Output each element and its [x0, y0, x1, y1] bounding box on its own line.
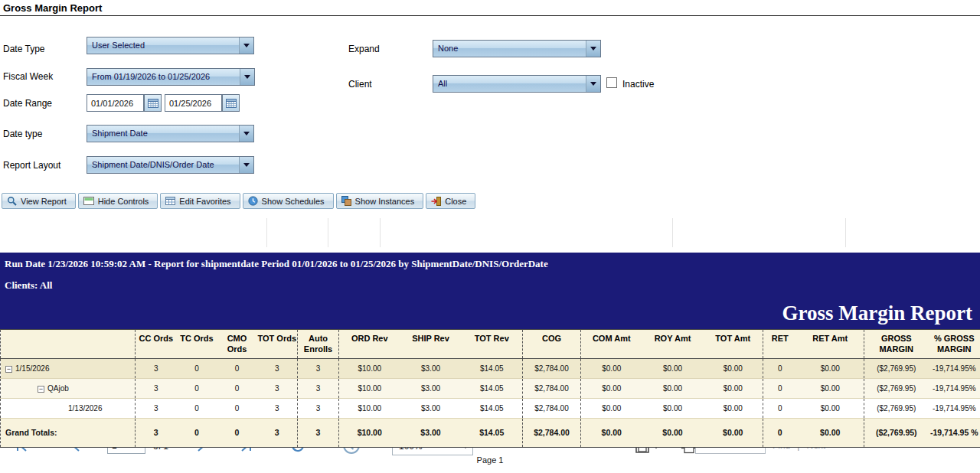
- client-dropdown[interactable]: All: [433, 75, 601, 93]
- view-report-button[interactable]: View Report: [2, 193, 76, 209]
- table-row: 1/13/202630033$10.00$3.00$14.05$2,784.00…: [1, 399, 980, 419]
- exit-door-icon: [431, 197, 441, 206]
- date-type2-label: Date type: [3, 129, 42, 139]
- hide-controls-button[interactable]: Hide Controls: [78, 193, 158, 209]
- page-title: Gross Margin Report: [3, 2, 102, 14]
- row-label: −1/15/2026: [1, 359, 136, 379]
- chevron-down-icon: [586, 76, 600, 92]
- inactive-checkbox[interactable]: [606, 77, 617, 88]
- close-button[interactable]: Close: [426, 193, 475, 209]
- cell: 3: [257, 419, 298, 448]
- date-type2-dropdown[interactable]: Shipment Date: [87, 125, 254, 142]
- cell: 3: [298, 359, 339, 379]
- cell: $0.00: [797, 359, 864, 379]
- cell: $10.00: [339, 379, 400, 399]
- row-label: Grand Totals:: [1, 419, 136, 448]
- run-date-line: Run Date 1/23/2026 10:59:02 AM - Report …: [5, 258, 548, 270]
- button-label: View Report: [21, 197, 67, 206]
- app-window: Gross Margin Report Date Type User Selec…: [0, 0, 980, 473]
- cell: 3: [257, 359, 298, 379]
- cell: 3: [136, 379, 177, 399]
- cell: -19,714.95%: [929, 379, 980, 399]
- cell: 0: [217, 419, 257, 448]
- column-header: % GROSS MARGIN: [929, 330, 980, 359]
- cell: $14.05: [462, 419, 523, 448]
- cell: $0.00: [797, 399, 864, 419]
- cell: 0: [217, 379, 257, 399]
- table-row: −QAjob30033$10.00$3.00$14.05$2,784.00$0.…: [1, 379, 980, 399]
- show-instances-button[interactable]: Show Instances: [336, 193, 424, 209]
- date-range-start-input[interactable]: [87, 94, 144, 112]
- chevron-down-icon: [239, 38, 253, 54]
- chevron-down-icon: [239, 126, 253, 142]
- cell: $0.00: [704, 399, 763, 419]
- cell: ($2,769.95): [864, 419, 929, 448]
- cell: 3: [298, 399, 339, 419]
- column-header: TC Ords: [177, 330, 217, 359]
- column-header: COM Amt: [581, 330, 642, 359]
- report-title: Gross Margin Report: [782, 302, 972, 325]
- magnifier-icon: [7, 196, 17, 206]
- chevron-down-icon: [239, 157, 253, 173]
- row-label: −QAjob: [1, 379, 136, 399]
- cell: ($2,769.95): [864, 379, 929, 399]
- toolbar-separator: [266, 218, 267, 247]
- cell: 0: [763, 399, 797, 419]
- cell: $3.00: [400, 419, 462, 448]
- cell: 0: [217, 359, 257, 379]
- column-header: ROY Amt: [642, 330, 704, 359]
- button-label: Show Instances: [355, 197, 415, 206]
- show-schedules-button[interactable]: Show Schedules: [243, 193, 334, 209]
- date-type2-value: Shipment Date: [87, 126, 239, 142]
- cell: 0: [177, 399, 217, 419]
- table-row: −1/15/202630033$10.00$3.00$14.05$2,784.0…: [1, 359, 980, 379]
- client-label: Client: [348, 79, 372, 90]
- expand-dropdown[interactable]: None: [433, 40, 601, 57]
- cell: $0.00: [642, 379, 704, 399]
- report-layout-dropdown[interactable]: Shipment Date/DNIS/Order Date: [87, 156, 254, 174]
- report-header-band: Run Date 1/23/2026 10:59:02 AM - Report …: [0, 253, 980, 329]
- cell: 0: [763, 359, 797, 379]
- cell: ($2,769.95): [864, 359, 929, 379]
- cell: 3: [136, 419, 177, 448]
- cell: $14.05: [462, 379, 523, 399]
- cell: 3: [136, 399, 177, 419]
- date-range-end-input[interactable]: [165, 94, 222, 112]
- toolbar-separator: [672, 218, 673, 247]
- fiscal-week-dropdown[interactable]: From 01/19/2026 to 01/25/2026: [87, 68, 255, 86]
- cell: 3: [257, 379, 298, 399]
- cell: 0: [177, 379, 217, 399]
- cell: $10.00: [339, 359, 400, 379]
- cell: -19,714.95%: [929, 399, 980, 419]
- cell: 3: [298, 419, 339, 448]
- edit-favorites-button[interactable]: Edit Favorites: [160, 193, 240, 209]
- inactive-label: Inactive: [622, 79, 654, 90]
- chevron-down-icon: [586, 41, 600, 57]
- cell: $2,784.00: [523, 379, 581, 399]
- fiscal-week-label: Fiscal Week: [3, 71, 53, 82]
- toolbar-separator: [380, 218, 381, 247]
- cell: 0: [763, 419, 797, 448]
- cell: 0: [217, 399, 257, 419]
- chevron-down-icon: [240, 69, 254, 85]
- calendar-icon[interactable]: [222, 94, 240, 112]
- collapse-toggle[interactable]: −: [38, 386, 44, 393]
- table-row: Grand Totals:30033$10.00$3.00$14.05$2,78…: [1, 419, 980, 448]
- calendar-icon[interactable]: [144, 94, 162, 112]
- cell: $0.00: [797, 419, 864, 448]
- column-header: COG: [523, 330, 581, 359]
- column-header: RET Amt: [797, 330, 864, 359]
- cell: 0: [177, 419, 217, 448]
- collapse-toggle[interactable]: −: [5, 366, 12, 373]
- cell: $14.05: [462, 359, 523, 379]
- panel-icon: [83, 197, 94, 205]
- cell: $2,784.00: [523, 359, 581, 379]
- button-label: Edit Favorites: [179, 197, 230, 206]
- column-header: TOT Ords: [257, 330, 298, 359]
- expand-value: None: [433, 41, 586, 57]
- report-table: CC OrdsTC OrdsCMO OrdsTOT OrdsAuto Enrol…: [0, 329, 980, 448]
- cell: $3.00: [400, 399, 462, 419]
- cell: $0.00: [642, 359, 704, 379]
- date-type-dropdown[interactable]: User Selected: [87, 37, 254, 54]
- cell: 3: [298, 379, 339, 399]
